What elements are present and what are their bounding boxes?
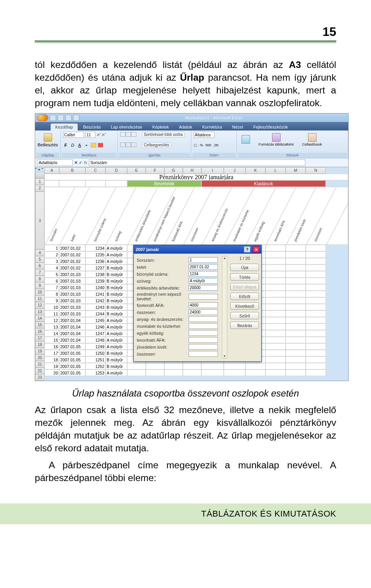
row-header[interactable]: 20 [35,354,44,361]
row-header[interactable]: 23 [35,374,44,381]
cell[interactable] [127,363,146,369]
cell[interactable]: 7 [44,284,59,291]
cell[interactable] [286,356,306,363]
cell[interactable]: 14 [44,330,59,337]
cell[interactable]: 1242 [85,297,106,304]
form-scrollbar[interactable]: ▲▼ [222,256,227,358]
cell[interactable]: A mütyűr [106,258,127,264]
row-header[interactable]: 19 [35,348,44,354]
cell[interactable]: 1 [44,245,59,251]
cell[interactable]: 2007.01.03 [59,310,85,317]
cell[interactable]: B mütyűr [106,363,127,369]
cell[interactable] [201,369,224,376]
cell[interactable]: 19 [44,363,59,369]
format-table-btn[interactable]: Formázás táblázatként [256,132,296,148]
cell[interactable] [164,363,183,369]
cell[interactable] [224,369,245,376]
cell[interactable] [306,369,326,376]
qat-redo-icon[interactable] [65,115,71,121]
cell[interactable]: 2007.01.02 [59,258,85,264]
cell[interactable] [286,343,306,350]
name-box[interactable] [37,159,73,166]
form-input[interactable] [189,264,218,270]
cell[interactable]: A mütyűr [106,330,127,337]
cell[interactable] [265,304,286,310]
form-input[interactable] [189,285,218,291]
wrap-text-btn[interactable]: Sortöréssel több sorba [142,132,185,137]
row-header[interactable]: 4 [35,249,44,256]
dialog-titlebar[interactable]: 2007 január ? ✕ [134,245,261,254]
qat-btn[interactable] [73,115,79,121]
prev-button[interactable]: Előzőt [230,293,259,300]
cell[interactable]: 1251 [85,356,106,363]
row-header[interactable]: 11 [35,295,44,302]
cell[interactable]: 13 [44,324,59,330]
cell[interactable]: 1243 [85,304,106,310]
cell[interactable] [265,310,286,317]
cell[interactable]: 2007.01.03 [59,304,85,310]
form-input[interactable] [189,309,218,315]
cell[interactable] [306,343,326,350]
cell[interactable]: 1250 [85,350,106,356]
cell[interactable]: 2007.01.05 [59,363,85,369]
cell[interactable]: 2007.01.05 [59,369,85,376]
form-input[interactable] [189,302,218,308]
row-header[interactable]: 13 [35,308,44,315]
close-icon[interactable]: ✕ [253,246,259,252]
delete-button[interactable]: Törlés [230,273,259,281]
cell[interactable] [286,278,306,284]
cell[interactable]: 1239 [85,278,106,284]
cell[interactable] [201,363,224,369]
fill-color-btn[interactable] [91,143,96,147]
number-format-input[interactable] [194,132,214,138]
cell[interactable] [306,324,326,330]
tab-adatok[interactable]: Adatok [174,124,197,130]
cell[interactable]: 18 [44,356,59,363]
cell[interactable] [265,245,286,251]
cell[interactable] [265,350,286,356]
cell[interactable]: 2007.01.05 [59,350,85,356]
cell[interactable]: 1238 [85,271,106,278]
sheet-title[interactable]: Pénztárkönyv 2007 januárjára [44,174,348,180]
cell[interactable]: A mütyűr [106,343,127,350]
cell[interactable] [306,271,326,278]
cell[interactable] [306,264,326,271]
cell[interactable]: 2007.01.04 [59,337,85,343]
row-header[interactable]: 14 [35,315,44,322]
cell[interactable]: 2007.01.04 [59,317,85,324]
cell[interactable] [286,297,306,304]
tab-kepletek[interactable]: Képletek [148,124,174,130]
row-header[interactable]: 5 [35,256,44,263]
cell[interactable] [286,245,306,251]
cell[interactable] [306,251,326,258]
row-header[interactable]: 1 [35,178,44,185]
cell[interactable] [306,258,326,264]
tab-beszuras[interactable]: Beszúrás [78,124,106,130]
font-color-btn[interactable] [98,143,103,147]
cell[interactable]: 2007.01.02 [59,245,85,251]
col-header[interactable]: I [201,167,224,174]
cell[interactable] [265,291,286,297]
cell[interactable] [306,310,326,317]
cell[interactable] [224,363,245,369]
help-button[interactable]: ? [244,246,250,252]
cell[interactable] [286,264,306,271]
next-button[interactable]: Következő [230,302,259,310]
row-header[interactable]: 8 [35,276,44,282]
cell[interactable] [306,278,326,284]
cell[interactable]: 11 [44,310,59,317]
cell[interactable] [265,264,286,271]
row-header[interactable]: 22 [35,368,44,374]
tab-korrektura[interactable]: Korrektúra [197,124,226,130]
cell[interactable]: B mütyűr [106,291,127,297]
cell[interactable] [265,369,286,376]
office-button[interactable] [37,114,48,121]
cell[interactable]: 2007.01.03 [59,291,85,297]
qat-undo-icon[interactable] [58,115,64,121]
tab-lapelrendezes[interactable]: Lap elrendezése [106,124,147,130]
col-header[interactable]: B [59,167,85,174]
cell[interactable]: 15 [44,337,59,343]
cell[interactable] [306,363,326,369]
form-input[interactable] [189,344,218,350]
cell[interactable] [127,369,146,376]
